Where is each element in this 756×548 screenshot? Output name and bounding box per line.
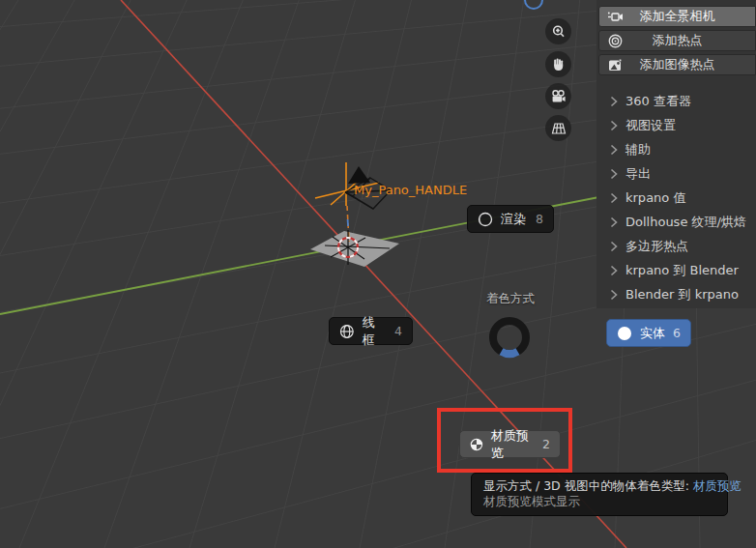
tooltip: 显示方式 / 3D 视图中的物体着色类型: 材质预览 材质预览模式显示 bbox=[471, 473, 728, 516]
menu-button-label: 添加全景相机 bbox=[640, 8, 715, 25]
add-pano-camera-button[interactable]: 添加全景相机 bbox=[598, 6, 756, 27]
solid-sphere-icon bbox=[617, 326, 632, 341]
pano-camera-icon bbox=[607, 9, 624, 25]
chevron-right-icon bbox=[610, 168, 618, 180]
pie-item-label: 线框 bbox=[363, 314, 387, 349]
chevron-right-icon bbox=[610, 241, 618, 252]
chevron-right-icon bbox=[610, 289, 618, 301]
orthographic-grid-icon[interactable] bbox=[545, 115, 571, 141]
pie-menu-title: 着色方式 bbox=[486, 291, 535, 307]
section-label: 辅助 bbox=[625, 141, 651, 159]
section-export[interactable]: 导出 bbox=[596, 161, 756, 186]
pie-item-number: 6 bbox=[673, 326, 681, 340]
tooltip-description: 显示方式 / 3D 视图中的物体着色类型: bbox=[483, 478, 693, 493]
section-label: 360 查看器 bbox=[625, 93, 691, 110]
pie-item-wireframe[interactable]: 线框 4 bbox=[329, 317, 413, 345]
section-label: 多边形热点 bbox=[625, 238, 688, 255]
section-krpano-to-blender[interactable]: krpano 到 Blender bbox=[596, 258, 756, 282]
section-helpers[interactable]: 辅助 bbox=[596, 137, 756, 161]
tooltip-secondary: 材质预览模式显示 bbox=[483, 494, 715, 509]
section-label: krpano 到 Blender bbox=[625, 262, 739, 279]
krpano-addon-panel: 添加全景相机 添加热点 添加图像热点 360 查看器 视图设置 辅助 导出 kr… bbox=[596, 0, 756, 308]
hotspot-rings-icon bbox=[607, 33, 624, 49]
chevron-right-icon bbox=[610, 265, 618, 276]
section-blender-to-krpano[interactable]: Blender 到 krpano bbox=[596, 282, 756, 306]
pie-item-label: 渲染 bbox=[501, 211, 526, 228]
camera-view-icon[interactable] bbox=[545, 83, 571, 109]
section-dollhouse-bake[interactable]: Dollhouse 纹理/烘焙 bbox=[596, 210, 756, 234]
menu-button-label: 添加图像热点 bbox=[640, 56, 715, 73]
section-polygon-hotspot[interactable]: 多边形热点 bbox=[596, 234, 756, 258]
section-label: krpano 值 bbox=[625, 189, 685, 207]
pie-item-number: 4 bbox=[394, 324, 402, 338]
wireframe-sphere-icon bbox=[339, 324, 355, 339]
section-label: Dollhouse 纹理/烘焙 bbox=[625, 214, 746, 231]
section-label: 视图设置 bbox=[625, 117, 676, 134]
pie-item-solid[interactable]: 实体 6 bbox=[606, 319, 691, 347]
chevron-right-icon bbox=[610, 96, 618, 107]
object-name-label: My_Pano_HANDLE bbox=[354, 183, 467, 197]
highlight-rectangle bbox=[437, 408, 572, 473]
chevron-right-icon bbox=[610, 120, 618, 131]
section-view-settings[interactable]: 视图设置 bbox=[596, 113, 756, 137]
pie-item-label: 实体 bbox=[640, 325, 665, 342]
pie-menu-center-ring bbox=[486, 314, 535, 362]
image-hotspot-icon bbox=[607, 57, 624, 73]
tooltip-value: 材质预览 bbox=[693, 478, 741, 493]
chevron-right-icon bbox=[610, 144, 618, 156]
add-image-hotspot-button[interactable]: 添加图像热点 bbox=[598, 54, 756, 75]
section-label: Blender 到 krpano bbox=[625, 286, 739, 303]
section-krpano-values[interactable]: krpano 值 bbox=[596, 186, 756, 210]
section-360-viewer[interactable]: 360 查看器 bbox=[596, 89, 756, 113]
pan-hand-icon[interactable] bbox=[545, 51, 571, 77]
pie-item-rendered[interactable]: 渲染 8 bbox=[467, 205, 554, 233]
section-label: 导出 bbox=[625, 165, 651, 183]
rendered-sphere-icon bbox=[478, 212, 493, 227]
menu-button-label: 添加热点 bbox=[653, 32, 703, 49]
chevron-right-icon bbox=[610, 192, 618, 204]
blender-viewport: My_Pano_HANDLE bbox=[0, 0, 756, 548]
add-hotspot-button[interactable]: 添加热点 bbox=[598, 30, 756, 51]
chevron-right-icon bbox=[610, 216, 618, 228]
zoom-in-icon[interactable] bbox=[545, 18, 571, 44]
pie-item-number: 8 bbox=[536, 212, 543, 226]
ground-plane-object[interactable] bbox=[310, 231, 399, 267]
